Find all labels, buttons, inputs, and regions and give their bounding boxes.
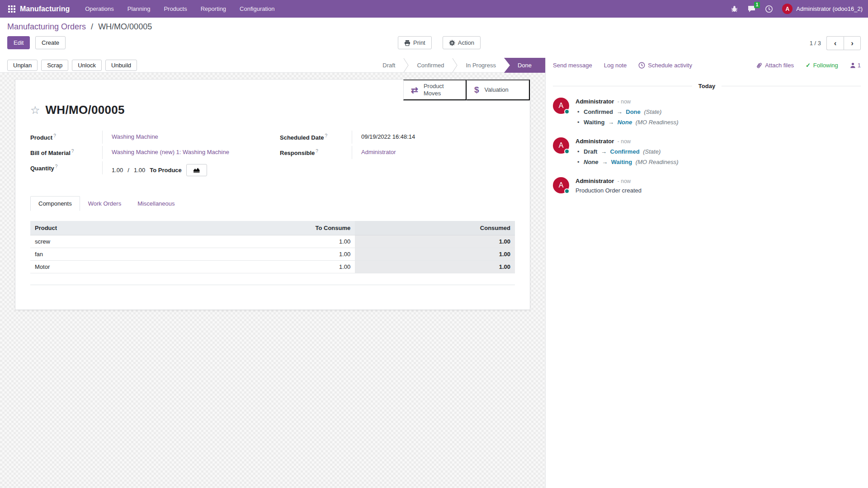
tracking-change: Waiting → None (MO Readiness) bbox=[576, 117, 678, 127]
debug-bug-icon[interactable] bbox=[731, 5, 738, 13]
table-row[interactable]: Motor 1.00 1.00 bbox=[30, 261, 515, 273]
tracking-change: Confirmed → Done (State) bbox=[576, 107, 678, 117]
apps-grid-icon[interactable] bbox=[8, 5, 15, 13]
menu-operations[interactable]: Operations bbox=[85, 5, 114, 12]
unplan-button[interactable]: Unplan bbox=[7, 60, 38, 71]
record-title: WH/MO/00005 bbox=[46, 103, 125, 117]
tab-work-orders[interactable]: Work Orders bbox=[80, 196, 129, 211]
person-icon bbox=[850, 62, 856, 68]
attach-files-button[interactable]: Attach files bbox=[756, 62, 794, 69]
avatar: A bbox=[553, 177, 569, 193]
unbuild-button[interactable]: Unbuild bbox=[105, 60, 137, 71]
tab-miscellaneous[interactable]: Miscellaneous bbox=[129, 196, 183, 211]
stage-confirmed[interactable]: Confirmed bbox=[409, 58, 452, 73]
table-footer bbox=[30, 273, 515, 285]
cell-product: Motor bbox=[30, 261, 171, 273]
tab-components[interactable]: Components bbox=[30, 196, 80, 211]
message-time: - now bbox=[618, 99, 631, 105]
menu-reporting[interactable]: Reporting bbox=[201, 5, 226, 12]
stage-in-progress[interactable]: In Progress bbox=[458, 58, 504, 73]
pager-next-button[interactable]: › bbox=[844, 36, 861, 50]
bom-label: Bill of Material? bbox=[30, 146, 103, 159]
form-statusbar-row: Unplan Scrap Unlock Unbuild Draft Confir… bbox=[0, 58, 545, 73]
arrow-right-icon: → bbox=[602, 159, 608, 165]
stage-done[interactable]: Done bbox=[504, 58, 545, 73]
online-status-dot bbox=[564, 188, 570, 194]
menu-configuration[interactable]: Configuration bbox=[240, 5, 274, 12]
product-value-link[interactable]: Washing Machine bbox=[112, 133, 158, 140]
form-sheet: ⇄ Product Moves $ Valuation ☆ WH/MO/0000… bbox=[15, 79, 530, 310]
edit-button[interactable]: Edit bbox=[7, 36, 30, 49]
tracking-change: None → Waiting (MO Readiness) bbox=[576, 157, 678, 167]
message-author: Administrator bbox=[576, 138, 614, 145]
messages-icon[interactable]: 1 bbox=[747, 5, 756, 13]
main-menu: Operations Planning Products Reporting C… bbox=[85, 5, 274, 12]
message-author: Administrator bbox=[576, 98, 614, 105]
breadcrumb-current: WH/MO/00005 bbox=[98, 22, 152, 31]
message-time: - now bbox=[618, 138, 631, 145]
help-icon: ? bbox=[71, 149, 74, 154]
column-header-to-consume[interactable]: To Consume bbox=[171, 221, 355, 235]
activities-clock-icon[interactable] bbox=[765, 5, 773, 13]
online-status-dot bbox=[564, 109, 570, 114]
form-background: ⇄ Product Moves $ Valuation ☆ WH/MO/0000… bbox=[0, 73, 545, 488]
scheduled-date-label: Scheduled Date? bbox=[280, 131, 352, 144]
forecast-report-button[interactable] bbox=[186, 164, 207, 176]
avatar: A bbox=[553, 98, 569, 114]
unlock-button[interactable]: Unlock bbox=[72, 60, 102, 71]
quantity-total: 1.00 bbox=[134, 167, 145, 174]
send-message-button[interactable]: Send message bbox=[553, 62, 592, 69]
clock-icon bbox=[638, 62, 645, 69]
date-divider-label: Today bbox=[698, 83, 715, 89]
following-button[interactable]: ✓ Following bbox=[806, 62, 838, 69]
cell-consumed: 1.00 bbox=[355, 248, 515, 261]
schedule-activity-button[interactable]: Schedule activity bbox=[638, 62, 692, 69]
favorite-star-icon[interactable]: ☆ bbox=[30, 105, 40, 116]
valuation-button[interactable]: $ Valuation bbox=[467, 80, 530, 100]
menu-products[interactable]: Products bbox=[164, 5, 187, 12]
check-icon: ✓ bbox=[806, 62, 811, 69]
chatter-message: A Administrator - now Draft → Confirmed … bbox=[553, 137, 861, 167]
user-menu[interactable]: A Administrator (odoo16_2) bbox=[782, 4, 863, 14]
paperclip-icon bbox=[756, 62, 762, 69]
cell-to-consume: 1.00 bbox=[171, 235, 355, 248]
help-icon: ? bbox=[55, 164, 58, 169]
responsible-value-link[interactable]: Administrator bbox=[361, 149, 396, 155]
breadcrumb-parent-link[interactable]: Manufacturing Orders bbox=[7, 22, 86, 31]
cell-consumed: 1.00 bbox=[355, 261, 515, 273]
action-button[interactable]: Action bbox=[443, 36, 481, 49]
table-row[interactable]: fan 1.00 1.00 bbox=[30, 248, 515, 261]
components-table: Product To Consume Consumed screw 1.00 1… bbox=[30, 221, 515, 273]
stage-draft[interactable]: Draft bbox=[374, 58, 403, 73]
scrap-button[interactable]: Scrap bbox=[41, 60, 68, 71]
followers-button[interactable]: 1 bbox=[850, 62, 861, 69]
print-button[interactable]: Print bbox=[398, 36, 432, 49]
column-header-consumed[interactable]: Consumed bbox=[355, 221, 515, 235]
bom-value-link[interactable]: Washing Machine (new) 1: Washing Machine bbox=[112, 149, 229, 155]
components-header-row: Product To Consume Consumed bbox=[30, 221, 515, 235]
create-button[interactable]: Create bbox=[35, 36, 66, 49]
field-scheduled-date: Scheduled Date? 09/19/2022 16:48:14 bbox=[280, 131, 515, 146]
user-name: Administrator (odoo16_2) bbox=[796, 5, 863, 12]
log-note-button[interactable]: Log note bbox=[604, 62, 627, 69]
pager-previous-button[interactable]: ‹ bbox=[826, 36, 844, 50]
app-name[interactable]: Manufacturing bbox=[20, 5, 70, 13]
user-avatar: A bbox=[782, 4, 793, 14]
tracking-change: Draft → Confirmed (State) bbox=[576, 146, 678, 157]
product-moves-button[interactable]: ⇄ Product Moves bbox=[403, 80, 467, 100]
table-row[interactable]: screw 1.00 1.00 bbox=[30, 235, 515, 248]
online-status-dot bbox=[564, 149, 570, 154]
field-product: Product? Washing Machine bbox=[30, 131, 265, 146]
form-view: Unplan Scrap Unlock Unbuild Draft Confir… bbox=[0, 58, 545, 488]
top-navbar: Manufacturing Operations Planning Produc… bbox=[0, 0, 868, 18]
arrow-right-icon: → bbox=[608, 119, 614, 126]
menu-planning[interactable]: Planning bbox=[127, 5, 151, 12]
smart-buttons: ⇄ Product Moves $ Valuation bbox=[403, 80, 530, 101]
quantity-suffix: To Produce bbox=[150, 167, 182, 174]
gear-icon bbox=[449, 40, 455, 46]
quantity-separator: / bbox=[127, 167, 129, 174]
column-header-product[interactable]: Product bbox=[30, 221, 171, 235]
control-panel: Manufacturing Orders / WH/MO/00005 Edit … bbox=[0, 18, 868, 58]
message-author: Administrator bbox=[576, 178, 614, 184]
message-time: - now bbox=[618, 178, 631, 184]
